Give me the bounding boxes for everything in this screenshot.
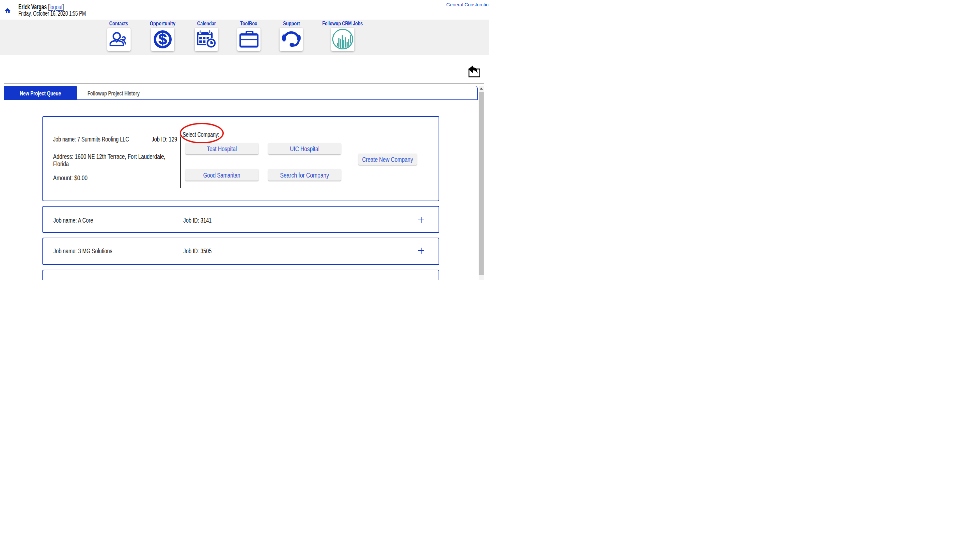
svg-text:$: $ [158,31,167,48]
